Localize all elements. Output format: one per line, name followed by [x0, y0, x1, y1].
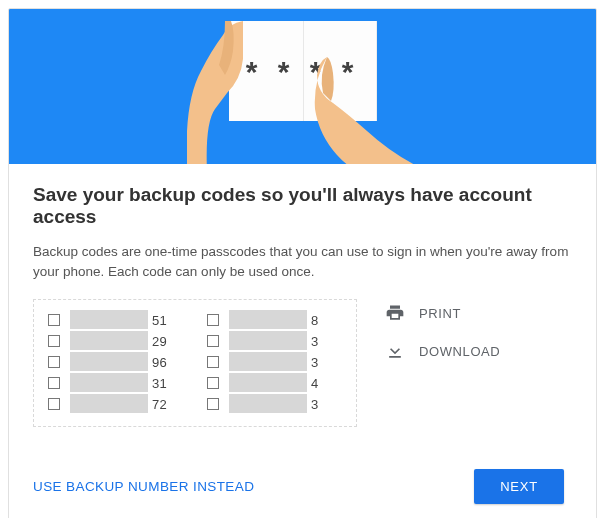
print-button[interactable]: PRINT — [385, 303, 500, 323]
code-row: 3 — [207, 394, 342, 414]
content-area: Save your backup codes so you'll always … — [9, 164, 596, 518]
next-button[interactable]: NEXT — [474, 469, 564, 504]
hand-right-icon — [309, 57, 419, 164]
code-row: 96 — [48, 352, 183, 372]
code-row: 8 — [207, 310, 342, 330]
code-masked — [70, 373, 148, 392]
description-text: Backup codes are one-time passcodes that… — [33, 242, 572, 281]
checkbox-icon — [48, 314, 60, 326]
download-button[interactable]: DOWNLOAD — [385, 341, 500, 361]
hand-left-icon — [187, 21, 257, 164]
code-row: 72 — [48, 394, 183, 414]
code-row: 3 — [207, 352, 342, 372]
code-row: 51 — [48, 310, 183, 330]
checkbox-icon — [48, 335, 60, 347]
code-tail: 31 — [152, 376, 178, 391]
download-icon — [385, 341, 405, 361]
code-masked — [229, 352, 307, 371]
code-tail: 3 — [311, 397, 337, 412]
code-row: 4 — [207, 373, 342, 393]
code-masked — [229, 310, 307, 329]
hero-banner: * * * * — [9, 9, 596, 164]
code-masked — [70, 310, 148, 329]
code-tail: 29 — [152, 334, 178, 349]
checkbox-icon — [48, 356, 60, 368]
code-masked — [70, 331, 148, 350]
checkbox-icon — [207, 314, 219, 326]
code-tail: 3 — [311, 355, 337, 370]
page-title: Save your backup codes so you'll always … — [33, 184, 572, 228]
backup-codes-box: 51 29 96 31 72 8 3 3 4 3 — [33, 299, 357, 427]
code-row: 3 — [207, 331, 342, 351]
download-label: DOWNLOAD — [419, 344, 500, 359]
code-masked — [229, 373, 307, 392]
actions-column: PRINT DOWNLOAD — [385, 299, 500, 427]
codes-column-1: 51 29 96 31 72 — [48, 310, 183, 414]
checkbox-icon — [207, 377, 219, 389]
code-masked — [229, 331, 307, 350]
code-masked — [70, 352, 148, 371]
codes-column-2: 8 3 3 4 3 — [207, 310, 342, 414]
code-tail: 51 — [152, 313, 178, 328]
code-tail: 96 — [152, 355, 178, 370]
code-masked — [229, 394, 307, 413]
code-tail: 72 — [152, 397, 178, 412]
checkbox-icon — [207, 335, 219, 347]
use-backup-number-link[interactable]: USE BACKUP NUMBER INSTEAD — [33, 479, 254, 494]
checkbox-icon — [48, 398, 60, 410]
print-icon — [385, 303, 405, 323]
code-tail: 4 — [311, 376, 337, 391]
checkbox-icon — [207, 398, 219, 410]
footer-row: USE BACKUP NUMBER INSTEAD NEXT — [33, 469, 572, 504]
code-tail: 3 — [311, 334, 337, 349]
code-row: 31 — [48, 373, 183, 393]
checkbox-icon — [48, 377, 60, 389]
code-tail: 8 — [311, 313, 337, 328]
backup-codes-card: * * * * Save your backup codes so you'll… — [8, 8, 597, 518]
code-masked — [70, 394, 148, 413]
code-row: 29 — [48, 331, 183, 351]
print-label: PRINT — [419, 306, 461, 321]
checkbox-icon — [207, 356, 219, 368]
